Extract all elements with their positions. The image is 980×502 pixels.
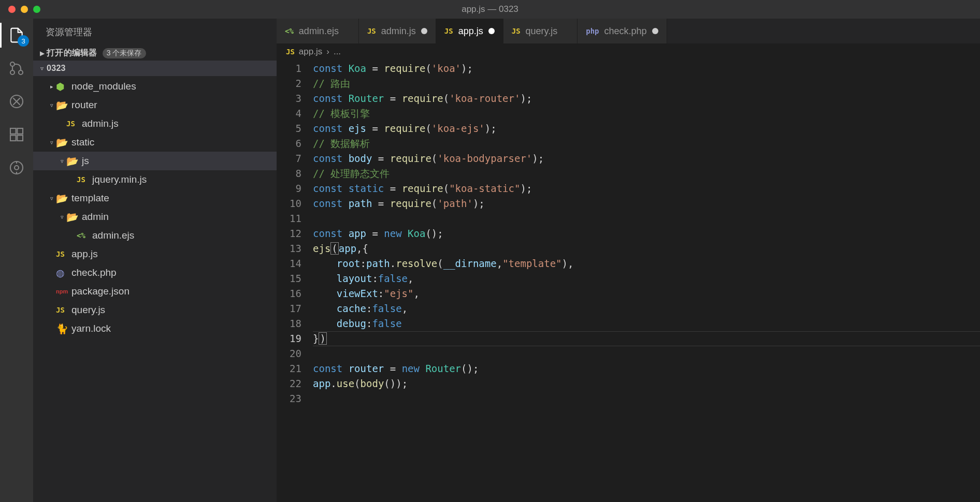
tree-file[interactable]: <%admin.ejs <box>33 226 277 245</box>
tree-folder[interactable]: ▿📂admin <box>33 208 277 226</box>
project-name: 0323 <box>47 64 66 73</box>
svg-point-1 <box>19 70 23 75</box>
tree-file[interactable]: JSquery.js <box>33 301 277 319</box>
code-line[interactable]: // 模板引擎 <box>313 106 980 121</box>
tree-file[interactable]: JSapp.js <box>33 245 277 263</box>
svg-point-0 <box>10 62 15 66</box>
tree-item-label: yarn.lock <box>71 323 111 334</box>
tree-folder[interactable]: ▿📂router <box>33 96 277 114</box>
tree-file[interactable]: JSadmin.js <box>33 114 277 133</box>
tree-item-label: js <box>82 155 89 167</box>
line-gutter: 1234567891011121314151617181920212223 <box>277 60 313 502</box>
code-line[interactable]: const ejs = require('koa-ejs'); <box>313 121 980 136</box>
chevron-icon: ▿ <box>58 158 66 165</box>
code-line[interactable] <box>313 346 980 361</box>
file-tree: ▸⬢node_modules▿📂routerJSadmin.js▿📂static… <box>33 76 277 502</box>
code-line[interactable]: viewExt:"ejs", <box>313 286 980 301</box>
chevron-down-icon: ▿ <box>37 65 47 72</box>
code-line[interactable]: const body = require('koa-bodyparser'); <box>313 151 980 166</box>
breadcrumb[interactable]: JS app.js › ... <box>277 43 980 60</box>
tree-item-label: admin.js <box>82 118 119 129</box>
svg-rect-4 <box>10 128 16 134</box>
svg-point-9 <box>15 166 19 170</box>
tab-label: check.php <box>604 26 647 37</box>
breadcrumb-file: app.js <box>299 47 322 57</box>
scm-icon[interactable] <box>7 59 26 78</box>
code-line[interactable]: // 数据解析 <box>313 136 980 151</box>
code-line[interactable]: // 处理静态文件 <box>313 166 980 181</box>
tree-file[interactable]: npmpackage.json <box>33 282 277 301</box>
tree-folder[interactable]: ▿📂template <box>33 189 277 208</box>
file-type-icon: JS <box>444 27 453 35</box>
code-line[interactable] <box>313 211 980 226</box>
tree-file[interactable]: 🐈yarn.lock <box>33 319 277 338</box>
tabs: <%admin.ejsJSadmin.jsJSapp.jsJSquery.jsp… <box>277 19 980 43</box>
tree-item-label: app.js <box>71 248 98 260</box>
code-line[interactable]: ejs(app,{ <box>313 241 980 256</box>
tab[interactable]: phpcheck.php <box>578 19 667 43</box>
tree-item-label: admin.ejs <box>92 230 134 241</box>
code-line[interactable]: // 路由 <box>313 76 980 91</box>
chevron-right-icon: ▶ <box>37 50 47 57</box>
code-line[interactable]: const Koa = require('koa'); <box>313 61 980 76</box>
tab[interactable]: JSapp.js <box>436 19 503 43</box>
minimize-window-button[interactable] <box>21 6 28 13</box>
code-line[interactable]: app.use(body()); <box>313 376 980 391</box>
code-line[interactable]: root:path.resolve(__dirname,"template"), <box>313 256 980 271</box>
file-type-icon: JS <box>512 27 521 35</box>
tab-label: query.js <box>526 26 558 37</box>
tree-folder[interactable]: ▿📂js <box>33 152 277 170</box>
tree-item-label: static <box>71 137 94 148</box>
sidebar: 资源管理器 ▶ 打开的编辑器 3 个未保存 ▿ 0323 ▸⬢node_modu… <box>33 19 277 502</box>
code-line[interactable]: const router = new Router(); <box>313 361 980 376</box>
explorer-badge: 3 <box>18 35 29 47</box>
tab[interactable]: JSadmin.js <box>359 19 436 43</box>
code-area[interactable]: 1234567891011121314151617181920212223 co… <box>277 60 980 502</box>
breadcrumb-rest: ... <box>334 47 341 57</box>
chevron-icon: ▿ <box>48 139 56 146</box>
tree-item-label: node_modules <box>71 81 136 92</box>
tree-folder[interactable]: ▿📂static <box>33 133 277 152</box>
open-editors-label: 打开的编辑器 <box>47 48 97 58</box>
file-type-icon: JS <box>367 27 376 35</box>
explorer-icon[interactable]: 3 <box>7 26 26 45</box>
svg-rect-7 <box>17 135 23 141</box>
zoom-window-button[interactable] <box>33 6 40 13</box>
tab-label: admin.ejs <box>299 26 339 37</box>
tree-item-label: router <box>71 99 97 111</box>
editor-area: <%admin.ejsJSadmin.jsJSapp.jsJSquery.jsp… <box>277 19 980 502</box>
code-line[interactable]: }) <box>313 331 980 346</box>
code-line[interactable] <box>313 391 980 406</box>
close-window-button[interactable] <box>8 6 16 13</box>
file-type-icon: php <box>586 27 599 35</box>
code-line[interactable]: const path = require('path'); <box>313 196 980 211</box>
code-line[interactable]: debug:false <box>313 316 980 331</box>
code-line[interactable]: const Router = require('koa-router'); <box>313 91 980 106</box>
tree-file[interactable]: JSjquery.min.js <box>33 170 277 189</box>
chevron-icon: ▿ <box>58 214 66 220</box>
dirty-indicator-icon <box>421 28 427 34</box>
tree-item-label: query.js <box>71 304 105 316</box>
code-line[interactable]: const static = require("koa-static"); <box>313 181 980 196</box>
tab[interactable]: JSquery.js <box>503 19 578 43</box>
activity-bar: 3 <box>0 19 33 502</box>
debug-icon[interactable] <box>7 92 26 111</box>
js-icon: JS <box>286 48 295 56</box>
open-editors-header[interactable]: ▶ 打开的编辑器 3 个未保存 <box>33 46 277 61</box>
svg-rect-6 <box>10 135 16 141</box>
code-line[interactable]: cache:false, <box>313 301 980 316</box>
code-line[interactable]: const app = new Koa(); <box>313 226 980 241</box>
tree-folder[interactable]: ▸⬢node_modules <box>33 77 277 96</box>
code-line[interactable]: layout:false, <box>313 271 980 286</box>
extensions-icon[interactable] <box>7 125 26 144</box>
tab[interactable]: <%admin.ejs <box>277 19 359 43</box>
code-content[interactable]: const Koa = require('koa');// 路由const Ro… <box>313 60 980 502</box>
tree-item-label: template <box>71 193 109 204</box>
tree-item-label: package.json <box>71 286 129 297</box>
tree-file[interactable]: ◍check.php <box>33 263 277 282</box>
tree-item-label: jquery.min.js <box>92 174 147 185</box>
window-title: app.js — 0323 <box>462 4 518 14</box>
project-header[interactable]: ▿ 0323 <box>33 61 277 76</box>
gitlens-icon[interactable] <box>7 158 26 177</box>
chevron-icon: ▸ <box>48 83 56 90</box>
